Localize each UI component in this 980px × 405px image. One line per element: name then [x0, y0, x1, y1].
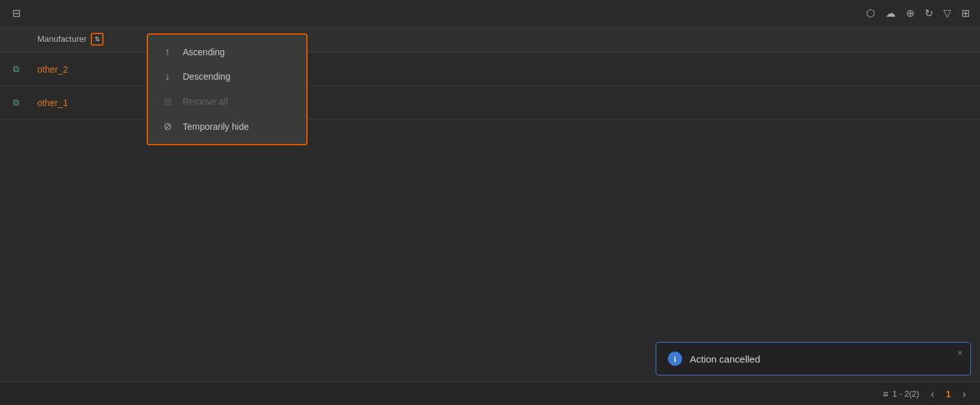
row1-checkbox-cell: ⧉: [0, 64, 32, 75]
toast-close-button[interactable]: ×: [957, 348, 963, 358]
search-icon[interactable]: ⊟: [12, 7, 21, 19]
refresh-icon[interactable]: ↻: [925, 7, 933, 19]
prev-page-button[interactable]: ‹: [927, 387, 938, 401]
pagination-range: 1 - 2(2): [892, 389, 920, 399]
header-device-name-col: Device name ⇅: [212, 34, 980, 44]
sort-dropdown-menu: ↑ Ascending ↓ Descending ⊠ Remove all ⊘ …: [147, 33, 308, 145]
row1-manufacturer-value: other_2: [37, 64, 68, 75]
status-bar: ≡ 1 - 2(2) ‹ 1 ›: [0, 382, 980, 405]
layout-icon[interactable]: ⊞: [961, 7, 970, 19]
toolbar: ⬡ ☁ ⊕ ↻ ▽ ⊞: [856, 0, 980, 26]
toast-notification: i Action cancelled ×: [656, 342, 971, 375]
row1-device-name-cell: testing_1: [212, 64, 980, 75]
manufacturer-header-label: Manufacturer: [37, 34, 87, 44]
cloud-icon[interactable]: ☁: [885, 7, 896, 19]
sort-arrows-icon: ⇅: [95, 35, 100, 42]
alert-icon[interactable]: ⊕: [906, 7, 914, 19]
row2-manufacturer-value: other_1: [37, 98, 68, 108]
menu-temporarily-hide-label: Temporarily hide: [183, 122, 249, 132]
sort-asc-icon: ↑: [161, 46, 174, 58]
row2-checkbox-cell: ⧉: [0, 97, 32, 108]
row1-copy-icon[interactable]: ⧉: [13, 64, 19, 75]
menu-remove-all-label: Remove all: [183, 96, 228, 107]
lines-icon: ≡: [883, 388, 889, 399]
menu-item-remove-all: ⊠ Remove all: [148, 89, 306, 114]
manufacturer-sort-button[interactable]: ⇅: [91, 33, 104, 46]
row2-device-name-cell: testing: [212, 98, 980, 108]
menu-item-descending[interactable]: ↓ Descending: [148, 64, 306, 89]
menu-descending-label: Descending: [183, 71, 230, 82]
search-icon-area: ⊟: [0, 0, 32, 26]
next-page-button[interactable]: ›: [959, 387, 970, 401]
menu-ascending-label: Ascending: [183, 47, 225, 57]
menu-item-temporarily-hide[interactable]: ⊘ Temporarily hide: [148, 114, 306, 139]
menu-item-ascending[interactable]: ↑ Ascending: [148, 40, 306, 64]
current-page-number[interactable]: 1: [946, 389, 951, 399]
toast-info-icon: i: [668, 352, 682, 366]
filter-icon[interactable]: ▽: [943, 7, 951, 19]
remove-icon: ⊠: [161, 95, 174, 107]
export-icon[interactable]: ⬡: [866, 7, 875, 19]
toast-message-text: Action cancelled: [690, 354, 760, 364]
sort-desc-icon: ↓: [161, 71, 174, 82]
hide-icon: ⊘: [161, 120, 174, 132]
row2-copy-icon[interactable]: ⧉: [13, 97, 19, 108]
pagination-info: ≡ 1 - 2(2): [883, 388, 920, 399]
